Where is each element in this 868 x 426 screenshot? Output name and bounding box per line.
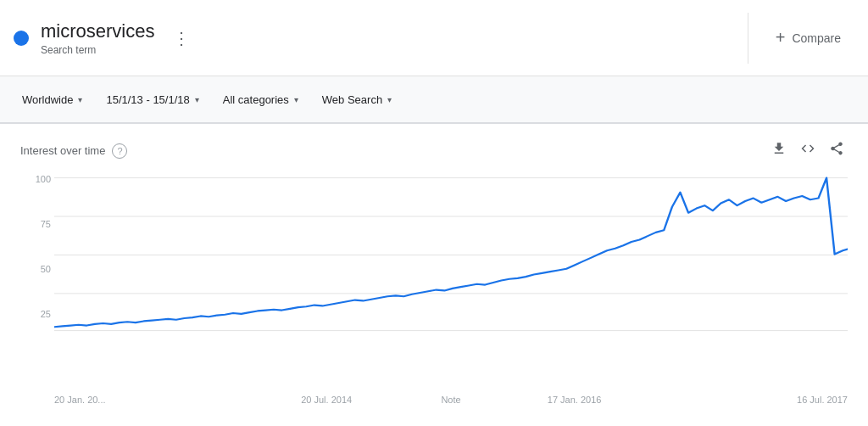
x-label-note: Note <box>441 395 460 405</box>
term-name: microservices <box>41 20 154 42</box>
y-label-75: 75 <box>20 219 51 229</box>
y-label-100: 100 <box>20 174 51 184</box>
date-range-label: 15/1/13 - 15/1/18 <box>106 93 189 106</box>
geography-filter[interactable]: Worldwide ▾ <box>14 88 91 111</box>
chart-section: Interest over time ? <box>0 124 868 408</box>
term-type-label: Search term <box>41 44 154 56</box>
term-info: microservices Search term <box>41 20 154 56</box>
date-range-chevron: ▾ <box>195 95 199 104</box>
category-label: All categories <box>223 93 289 106</box>
header: microservices Search term ⋮ + Compare <box>0 0 868 76</box>
search-type-filter[interactable]: Web Search ▾ <box>314 88 400 111</box>
chart-title: Interest over time <box>20 144 105 157</box>
term-color-dot <box>14 31 29 46</box>
x-label-3: 17 Jan. 2016 <box>548 395 602 405</box>
compare-label: Compare <box>792 31 841 45</box>
filters-bar: Worldwide ▾ 15/1/13 - 15/1/18 ▾ All cate… <box>0 76 868 124</box>
compare-button[interactable]: + Compare <box>762 21 854 54</box>
compare-plus-icon: + <box>776 28 786 48</box>
chart-title-group: Interest over time ? <box>20 143 127 159</box>
chart-area: 100 75 50 25 20 Jan. 20... 20 Jul. 2014 … <box>20 171 848 408</box>
chart-actions <box>768 137 848 164</box>
embed-button[interactable] <box>797 137 819 164</box>
share-icon <box>829 141 844 160</box>
geography-chevron: ▾ <box>78 95 82 104</box>
more-options-button[interactable]: ⋮ <box>166 21 197 55</box>
category-filter[interactable]: All categories ▾ <box>214 88 307 111</box>
search-term-block: microservices Search term ⋮ <box>14 20 734 56</box>
y-axis-labels: 100 75 50 25 <box>20 171 51 357</box>
download-icon <box>771 141 787 160</box>
y-label-50: 50 <box>20 264 51 274</box>
x-label-1: 20 Jan. 20... <box>54 395 106 405</box>
search-type-chevron: ▾ <box>387 95 392 104</box>
download-button[interactable] <box>768 137 790 164</box>
header-divider <box>748 13 748 64</box>
more-icon: ⋮ <box>173 28 190 48</box>
geography-label: Worldwide <box>22 93 73 106</box>
x-label-2: 20 Jul. 2014 <box>301 395 352 405</box>
share-button[interactable] <box>826 137 848 164</box>
help-icon[interactable]: ? <box>112 143 127 159</box>
date-range-filter[interactable]: 15/1/13 - 15/1/18 ▾ <box>97 88 207 111</box>
x-axis-labels: 20 Jan. 20... 20 Jul. 2014 Note 17 Jan. … <box>54 395 848 405</box>
chart-header: Interest over time ? <box>20 137 848 164</box>
embed-icon <box>800 141 815 160</box>
interest-chart <box>54 171 848 374</box>
x-label-4: 16 Jul. 2017 <box>797 395 848 405</box>
category-chevron: ▾ <box>294 95 298 104</box>
y-label-25: 25 <box>20 309 51 319</box>
search-type-label: Web Search <box>322 93 382 106</box>
